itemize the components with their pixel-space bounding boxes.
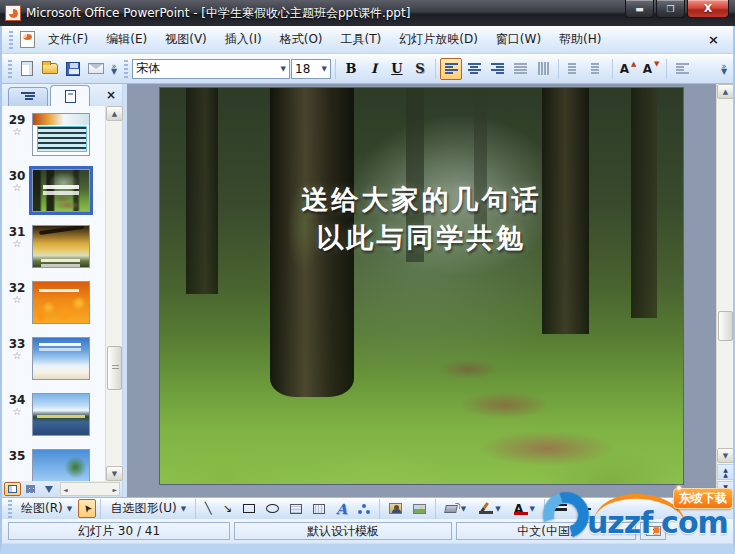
text-direction-button[interactable] xyxy=(532,58,554,80)
slideshow-view-button[interactable] xyxy=(40,482,57,496)
line-tool-button[interactable]: ╲ xyxy=(200,499,217,518)
font-size-select[interactable]: 18 ▼ xyxy=(291,59,331,79)
font-color-button[interactable]: A ▼ xyxy=(507,499,540,518)
menu-file[interactable]: 文件(F) xyxy=(39,28,97,51)
previous-slide-button[interactable]: ▲ ▲ xyxy=(717,464,734,480)
draw-menu-button[interactable]: 绘图(R) ▼ xyxy=(16,499,77,518)
align-center-button[interactable] xyxy=(463,58,485,80)
scroll-left-icon[interactable]: ◄ xyxy=(63,486,68,493)
scrollbar-thumb[interactable] xyxy=(107,346,122,390)
slide-number: 35 xyxy=(9,449,26,463)
close-button[interactable]: X xyxy=(687,0,729,18)
animation-star-icon[interactable]: ☆ xyxy=(13,407,22,417)
toolbar-grip[interactable] xyxy=(124,60,128,78)
oval-tool-button[interactable] xyxy=(261,499,284,518)
font-name-select[interactable]: 宋体 ▼ xyxy=(132,59,290,79)
fill-color-button[interactable]: ▼ xyxy=(440,499,471,518)
bold-button[interactable]: B xyxy=(340,58,362,80)
close-pane-icon[interactable]: × xyxy=(106,88,116,102)
tab-slides[interactable] xyxy=(50,85,90,106)
toolbar-grip[interactable] xyxy=(8,500,12,518)
toolbar-options-button[interactable]: » ▼ xyxy=(718,57,730,81)
scroll-up-button[interactable]: ▲ xyxy=(106,106,123,121)
scroll-down-button[interactable]: ▼ xyxy=(717,448,734,463)
mail-recipient-button[interactable] xyxy=(85,58,107,80)
chevron-down-icon[interactable]: ▼ xyxy=(277,65,286,73)
line-color-button[interactable]: ▼ xyxy=(472,499,505,518)
animation-star-icon[interactable]: ☆ xyxy=(13,351,22,361)
bullet-list-button[interactable] xyxy=(586,58,608,80)
insert-picture-button[interactable] xyxy=(408,499,431,518)
slide-sorter-view-button[interactable] xyxy=(22,482,39,496)
menu-insert[interactable]: 插入(I) xyxy=(216,28,271,51)
arrow-tool-button[interactable]: ↘ xyxy=(218,499,237,518)
current-slide[interactable]: 送给大家的几句话 以此与同学共勉 xyxy=(159,87,684,485)
scroll-up-button[interactable]: ▲ xyxy=(717,84,734,99)
animation-star-icon[interactable]: ☆ xyxy=(13,295,22,305)
distribute-text-button[interactable] xyxy=(509,58,531,80)
slide-thumbnail[interactable] xyxy=(32,337,90,380)
scroll-right-icon[interactable]: ► xyxy=(112,486,117,493)
save-floppy-icon xyxy=(66,62,80,76)
pane-scrollbar[interactable]: ▲ ▼ xyxy=(105,106,122,481)
chevron-down-icon[interactable]: ▼ xyxy=(318,65,327,73)
align-left-button[interactable] xyxy=(440,58,462,80)
slide-thumbnail[interactable] xyxy=(32,113,90,156)
powerpoint-window: Microsoft Office PowerPoint - [中学生寒假收心主题… xyxy=(0,0,735,554)
slide-title-text[interactable]: 送给大家的几句话 以此与同学共勉 xyxy=(160,181,683,257)
textbox-tool-button[interactable] xyxy=(285,499,307,518)
animation-star-icon[interactable]: ☆ xyxy=(13,239,22,249)
select-objects-button[interactable]: ➤ xyxy=(78,499,96,518)
slide-number: 30 xyxy=(9,169,26,183)
slide-thumbnail[interactable] xyxy=(32,281,90,324)
toolbar-grip[interactable] xyxy=(9,31,13,49)
save-button[interactable] xyxy=(62,58,84,80)
slide-thumbnail[interactable] xyxy=(32,225,90,268)
vertical-textbox-button[interactable] xyxy=(308,499,330,518)
slide-thumbnail[interactable] xyxy=(32,393,90,436)
restore-button[interactable]: ❐ xyxy=(656,0,685,18)
close-document-icon[interactable]: × xyxy=(698,32,729,47)
menu-edit[interactable]: 编辑(E) xyxy=(97,28,156,51)
diagram-button[interactable] xyxy=(353,499,375,518)
align-right-icon xyxy=(491,63,504,74)
align-right-button[interactable] xyxy=(486,58,508,80)
animation-star-icon[interactable]: ☆ xyxy=(13,183,22,193)
slide-thumbnail-selected[interactable] xyxy=(32,169,90,212)
text-shadow-button[interactable]: S xyxy=(409,58,431,80)
autoshapes-menu-button[interactable]: 自选图形(U) ▼ xyxy=(105,499,191,518)
clipart-button[interactable] xyxy=(384,499,407,518)
italic-button[interactable]: I xyxy=(363,58,385,80)
tab-outline[interactable] xyxy=(8,87,48,106)
menu-slideshow[interactable]: 幻灯片放映(D) xyxy=(390,28,487,51)
animation-star-icon[interactable]: ☆ xyxy=(13,127,22,137)
open-file-button[interactable] xyxy=(39,58,61,80)
rectangle-tool-button[interactable] xyxy=(238,499,260,518)
new-file-button[interactable] xyxy=(16,58,38,80)
fill-bucket-icon xyxy=(444,505,458,513)
horizontal-scrollbar[interactable]: ◄ ► xyxy=(60,482,120,496)
minimize-button[interactable]: ▬ xyxy=(625,0,654,18)
slide-thumbnail[interactable] xyxy=(32,449,90,481)
scrollbar-thumb[interactable] xyxy=(718,311,733,341)
main-scrollbar[interactable]: ▲ ▼ ▲ ▲ ▼ ▼ xyxy=(716,84,733,497)
menu-help[interactable]: 帮助(H) xyxy=(550,28,610,51)
rectangle-icon xyxy=(243,504,255,513)
menu-view[interactable]: 视图(V) xyxy=(156,28,216,51)
menu-window[interactable]: 窗口(W) xyxy=(487,28,550,51)
numbered-list-button[interactable] xyxy=(563,58,585,80)
toolbar-options-button[interactable]: » ▼ xyxy=(108,57,120,81)
underline-button[interactable]: U xyxy=(386,58,408,80)
pane-tabs: × xyxy=(2,84,122,106)
normal-view-button[interactable] xyxy=(4,482,21,496)
design-template-label[interactable]: 默认设计模板 xyxy=(234,522,452,540)
decrease-indent-button[interactable] xyxy=(671,58,693,80)
scroll-down-button[interactable]: ▼ xyxy=(106,466,123,481)
decrease-font-button[interactable]: A ▼ xyxy=(640,58,662,80)
menu-tools[interactable]: 工具(T) xyxy=(332,28,391,51)
picture-icon xyxy=(413,504,426,514)
wordart-button[interactable]: A xyxy=(331,499,352,518)
menu-format[interactable]: 格式(O) xyxy=(271,28,332,51)
increase-font-button[interactable]: A ▲ xyxy=(617,58,639,80)
toolbar-grip[interactable] xyxy=(8,60,12,78)
